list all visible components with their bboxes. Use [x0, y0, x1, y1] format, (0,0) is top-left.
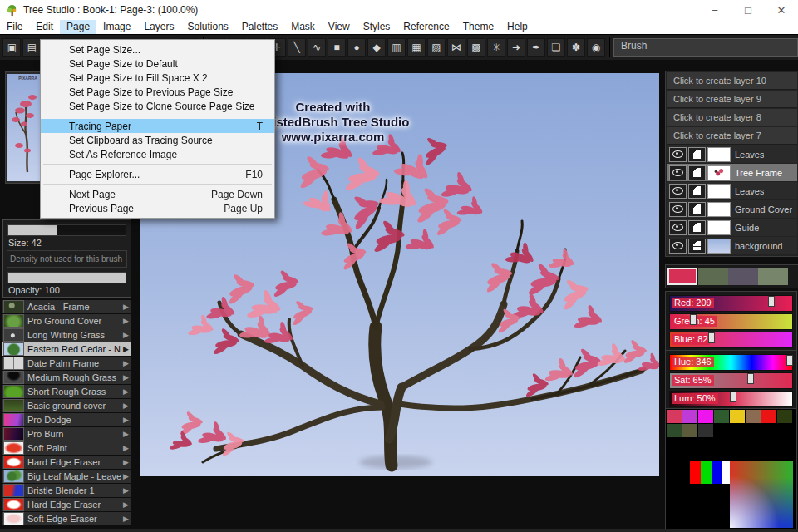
layer-row-selected[interactable]: Tree Frame: [667, 164, 797, 181]
brush-item[interactable]: Date Palm Frame▶: [2, 357, 131, 370]
brush-item[interactable]: Basic ground cover▶: [2, 399, 131, 412]
create-layer-9-button[interactable]: Click to create layer 9: [667, 91, 797, 108]
filled-ellipse-icon[interactable]: ●: [347, 38, 366, 57]
layer-row[interactable]: Leaves: [667, 182, 797, 200]
menu-page[interactable]: Page: [60, 20, 96, 34]
new-page-icon[interactable]: ▤: [22, 38, 41, 57]
layer-visibility-button[interactable]: [669, 202, 687, 217]
chevron-right-icon[interactable]: ▶: [123, 373, 129, 382]
chevron-right-icon[interactable]: ▶: [123, 486, 129, 495]
blue-slider-thumb[interactable]: [708, 332, 715, 343]
chevron-right-icon[interactable]: ▶: [123, 387, 129, 396]
chevron-right-icon[interactable]: ▶: [123, 416, 129, 424]
texture-icon[interactable]: ▨: [427, 38, 446, 57]
brush-item[interactable]: Acacia - Frame▶: [2, 300, 131, 313]
scratch-icon[interactable]: ∿: [308, 38, 326, 57]
chevron-right-icon[interactable]: ▶: [123, 303, 129, 311]
secondary-color-swatch[interactable]: [758, 268, 788, 285]
chevron-right-icon[interactable]: ▶: [123, 472, 129, 480]
airbrush-icon[interactable]: ✳: [487, 38, 505, 57]
gradient-icon[interactable]: ▥: [387, 38, 406, 57]
menu-item-next-page[interactable]: Next PagePage Down: [41, 187, 274, 201]
palette-swatch[interactable]: [777, 410, 792, 423]
maximize-button[interactable]: □: [732, 0, 765, 20]
brush-item[interactable]: Soft Paint▶: [2, 441, 131, 455]
layer-mode-button[interactable]: [688, 220, 706, 235]
brush-item[interactable]: Pro Burn▶: [2, 427, 131, 441]
chevron-right-icon[interactable]: ▶: [123, 444, 129, 452]
brush-item[interactable]: Pro Dodge▶: [2, 413, 131, 426]
brush-item[interactable]: Big Leaf Maple - Leaves▶: [2, 470, 131, 483]
brush-item[interactable]: Soft Edge Eraser▶: [2, 512, 131, 525]
menu-palettes[interactable]: Palettes: [235, 20, 284, 34]
menu-item-previous-page[interactable]: Previous PagePage Up: [41, 201, 274, 215]
merge-icon[interactable]: ⋈: [447, 38, 466, 57]
green-slider[interactable]: Green: 45: [669, 313, 793, 330]
menu-item-set-page-size-previous[interactable]: Set Page Size to Previous Page Size: [41, 85, 274, 99]
menu-help[interactable]: Help: [500, 20, 534, 34]
chevron-right-icon[interactable]: ▶: [123, 331, 129, 339]
current-color-swatch[interactable]: [667, 268, 697, 285]
fill-bucket-icon[interactable]: ◆: [367, 38, 386, 57]
layer-visibility-button[interactable]: [669, 184, 687, 199]
size-slider[interactable]: [7, 224, 126, 236]
saturation-slider[interactable]: Sat: 65%: [669, 372, 793, 389]
palette-swatch[interactable]: [682, 424, 697, 437]
green-swatch[interactable]: [701, 461, 712, 484]
palette-swatch[interactable]: [730, 410, 745, 423]
create-layer-7-button[interactable]: Click to create layer 7: [667, 127, 797, 145]
menu-theme[interactable]: Theme: [456, 20, 500, 34]
palette-swatch[interactable]: [698, 410, 713, 423]
dither-pattern-icon[interactable]: ▦: [407, 38, 426, 57]
palette-swatch[interactable]: [761, 410, 776, 423]
blue-swatch[interactable]: [712, 461, 722, 484]
create-layer-10-button[interactable]: Click to create layer 10: [667, 72, 797, 90]
close-button[interactable]: ✕: [765, 0, 798, 20]
layer-visibility-button[interactable]: [669, 165, 687, 180]
pattern-grid-icon[interactable]: ▩: [467, 38, 485, 57]
layer-visibility-button[interactable]: [669, 220, 687, 235]
brush-item[interactable]: Hard Edge Eraser▶: [2, 498, 131, 511]
palette-swatch[interactable]: [667, 410, 682, 423]
chevron-right-icon[interactable]: ▶: [123, 359, 129, 367]
pan-hand-icon[interactable]: ✽: [567, 38, 585, 57]
layer-visibility-button[interactable]: [669, 147, 687, 162]
palette-swatch[interactable]: [714, 410, 729, 423]
color-picker-gradient[interactable]: [730, 461, 793, 528]
menu-item-set-page-size-clone-source[interactable]: Set Page Size to Clone Source Page Size: [41, 99, 274, 113]
brush-item[interactable]: Medium Rough Grass▶: [2, 371, 131, 384]
brush-item[interactable]: Hard Edge Eraser▶: [2, 456, 131, 469]
menu-item-tracing-paper[interactable]: Tracing PaperT: [41, 119, 274, 133]
chevron-right-icon[interactable]: ▶: [123, 317, 129, 325]
line-icon[interactable]: ╲: [288, 38, 306, 57]
menu-styles[interactable]: Styles: [357, 20, 397, 34]
layer-row[interactable]: Ground Cover: [667, 200, 797, 218]
save-icon[interactable]: ▣: [2, 38, 21, 57]
layer-mode-button[interactable]: [688, 165, 706, 180]
brush-item[interactable]: Bristle Blender 1▶: [2, 484, 131, 497]
hue-slider-thumb[interactable]: [786, 355, 793, 366]
minimize-button[interactable]: −: [698, 0, 732, 20]
saturation-slider-thumb[interactable]: [747, 373, 754, 384]
menu-item-set-page-size-fill-space[interactable]: Set Page Size to Fill Space X 2: [41, 71, 274, 85]
layer-lock-button[interactable]: [688, 239, 706, 254]
menu-item-set-page-size-default[interactable]: Set Page Size to Default: [41, 57, 274, 71]
chevron-right-icon[interactable]: ▶: [123, 401, 129, 410]
red-slider-thumb[interactable]: [768, 296, 775, 307]
hue-slider[interactable]: Hue: 346: [669, 354, 793, 371]
chevron-right-icon[interactable]: ▶: [123, 458, 129, 466]
layer-mode-button[interactable]: [688, 147, 706, 162]
layer-row[interactable]: background: [667, 237, 797, 254]
create-layer-8-button[interactable]: Click to create layer 8: [667, 109, 797, 126]
layer-visibility-button[interactable]: [669, 239, 687, 254]
palette-swatch[interactable]: [746, 410, 761, 423]
palette-swatch[interactable]: [698, 424, 713, 437]
filled-rect-icon[interactable]: ■: [328, 38, 346, 57]
menu-layers[interactable]: Layers: [137, 20, 180, 34]
menu-view[interactable]: View: [322, 20, 357, 34]
blue-slider[interactable]: Blue: 82: [669, 332, 793, 348]
chevron-right-icon[interactable]: ▶: [123, 500, 129, 509]
eyedropper-icon[interactable]: ✒: [527, 38, 545, 57]
red-swatch[interactable]: [690, 461, 701, 484]
menu-solutions[interactable]: Solutions: [180, 20, 234, 34]
